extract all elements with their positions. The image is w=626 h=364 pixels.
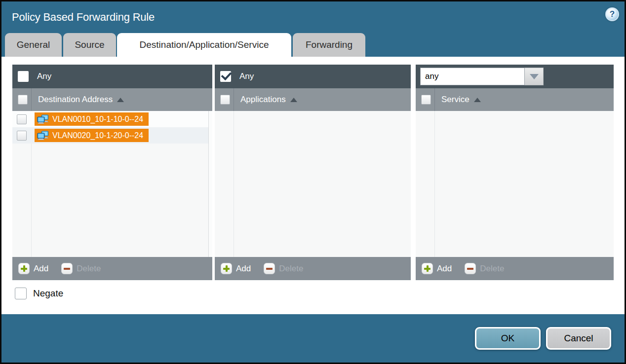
service-dropdown [420,68,544,85]
address-object-chip[interactable]: VLAN0010_10-1-10-0--24 [35,112,149,126]
add-label: Add [437,264,452,274]
minus-icon [465,263,476,274]
destination-row[interactable]: VLAN0010_10-1-10-0--24 [12,111,212,127]
header-divider [31,88,32,111]
cancel-button[interactable]: Cancel [546,327,611,350]
sort-ascending-icon[interactable] [474,98,481,102]
chevron-down-icon [530,74,539,79]
service-column-header[interactable]: Service [416,88,614,111]
row-checkbox[interactable] [17,114,27,124]
delete-button[interactable]: Delete [465,263,504,274]
dialog-title: Policy Based Forwarding Rule [12,11,155,24]
policy-forwarding-dialog: Policy Based Forwarding Rule ? General S… [0,0,626,364]
destination-toolbar: Add Delete [12,257,212,280]
header-divider [234,88,234,111]
negate-checkbox[interactable] [15,288,27,299]
applications-column-header[interactable]: Applications [215,88,411,111]
address-object-label: VLAN0020_10-1-20-0--24 [52,131,143,140]
negate-label: Negate [33,288,63,299]
delete-label: Delete [77,264,101,274]
delete-label: Delete [279,264,303,274]
add-label: Add [236,264,251,274]
any-label: Any [239,72,254,81]
service-dropdown-input[interactable] [420,68,525,85]
column-title: Service [441,95,470,105]
tab-destination-application-service[interactable]: Destination/Application/Service [117,33,291,57]
sort-ascending-icon[interactable] [117,98,124,102]
destination-row[interactable]: VLAN0020_10-1-20-0--24 [12,127,212,144]
sort-ascending-icon[interactable] [290,98,297,102]
negate-option: Negate [15,288,63,299]
destination-column-header[interactable]: Destination Address [12,88,212,111]
header-divider [434,88,435,111]
tab-general[interactable]: General [5,33,62,57]
vertical-scrollbar[interactable] [208,111,212,257]
network-icon [37,131,49,141]
tab-label: Forwarding [306,39,352,50]
help-icon[interactable]: ? [605,7,619,21]
destination-any-bar: Any [12,65,212,88]
delete-label: Delete [480,264,504,274]
applications-list [215,111,411,257]
tab-label: General [17,39,50,50]
service-any-bar [416,65,614,88]
applications-any-bar: Any [215,65,411,88]
delete-button[interactable]: Delete [61,263,101,274]
service-dropdown-button[interactable] [525,68,544,85]
add-button[interactable]: Add [422,263,452,274]
destination-list: VLAN0010_10-1-10-0--24 [12,111,212,257]
delete-button[interactable]: Delete [264,263,303,274]
tab-forwarding[interactable]: Forwarding [293,33,365,57]
tab-source[interactable]: Source [63,33,116,57]
applications-panel: Any Applications Add Delete [215,65,411,280]
minus-icon [264,263,275,274]
network-icon [37,114,49,124]
destination-any-checkbox[interactable] [18,71,29,82]
select-all-checkbox[interactable] [220,95,230,105]
service-toolbar: Add Delete [416,257,614,280]
column-title: Destination Address [38,95,113,105]
help-glyph: ? [610,9,615,19]
column-title: Applications [240,95,286,105]
applications-any-checkbox[interactable] [220,71,231,82]
cancel-label: Cancel [564,333,593,344]
tab-label: Source [75,39,104,50]
any-label: Any [37,72,51,81]
address-object-label: VLAN0010_10-1-10-0--24 [52,115,143,124]
service-list [416,111,614,257]
plus-icon [18,263,30,274]
add-label: Add [34,264,48,274]
ok-button[interactable]: OK [475,327,541,350]
applications-toolbar: Add Delete [215,257,411,280]
row-checkbox[interactable] [17,131,27,141]
add-button[interactable]: Add [221,263,251,274]
tab-label: Destination/Application/Service [140,39,269,50]
plus-icon [221,263,232,274]
service-panel: Service Add Delete [416,65,614,280]
minus-icon [61,263,73,274]
ok-label: OK [501,333,514,344]
add-button[interactable]: Add [18,263,48,274]
plus-icon [422,263,433,274]
destination-address-panel: Any Destination Address [12,65,212,280]
select-all-checkbox[interactable] [421,95,431,105]
address-object-chip[interactable]: VLAN0020_10-1-20-0--24 [35,129,149,142]
titlebar: Policy Based Forwarding Rule [12,1,155,33]
select-all-checkbox[interactable] [18,95,28,105]
